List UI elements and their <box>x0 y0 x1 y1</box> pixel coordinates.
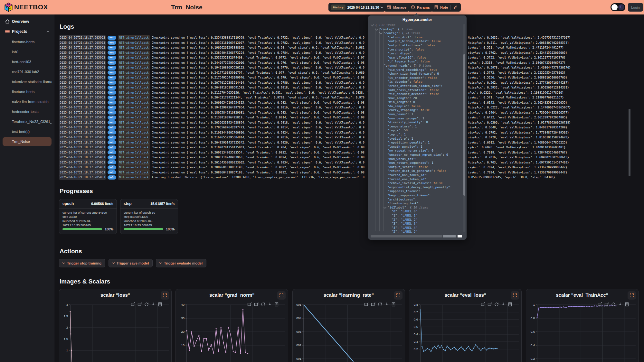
refresh-icon[interactable] <box>144 302 149 307</box>
brand-name: NEETBOX <box>14 3 48 11</box>
theme-toggle[interactable]: ☾ <box>611 3 625 11</box>
zoom-select-icon[interactable] <box>481 302 485 307</box>
json-tree-row[interactable]: "config": { 1 item <box>371 27 462 32</box>
popup-horizontal-scrollbar-track[interactable] <box>371 235 462 237</box>
log-timestamp: 2025-04-16T21:18:27.205963 <box>59 45 106 50</box>
login-button[interactable]: Login <box>628 3 643 12</box>
sidebar-project-item[interactable]: Terahertz_No22_Gl261_gl... <box>3 117 52 126</box>
sidebar-project-item[interactable]: Trm_Noise <box>3 137 52 146</box>
log-level-badge: info <box>108 41 116 45</box>
log-timestamp: 2025-04-16T21:18:27.205963 <box>59 170 106 175</box>
zoom-reset-icon[interactable] <box>371 302 375 307</box>
log-timestamp: 2025-04-16T21:18:27.205963 <box>59 41 106 45</box>
sidebar-project-item[interactable]: hedecoder-tests <box>3 107 52 116</box>
expand-button[interactable] <box>277 291 286 300</box>
sidebar-project-item[interactable]: lab1 <box>3 47 52 56</box>
sidebar-project-item[interactable]: csc791-030 lab2 <box>3 67 52 76</box>
popup-vertical-scrollbar-thumb[interactable] <box>463 54 465 196</box>
action-trigger-button[interactable]: Trigger evaluate model <box>156 259 206 267</box>
log-timestamp: 2025-04-16T21:18:27.205963 <box>59 145 106 150</box>
expand-button[interactable] <box>628 291 636 300</box>
action-trigger-button[interactable]: Trigger save model <box>109 259 153 267</box>
refresh-icon[interactable] <box>261 302 265 307</box>
data-view-icon[interactable] <box>274 302 279 307</box>
log-tag: NBTrainerCallback <box>118 85 150 90</box>
sidebar-project-item[interactable]: naive-llm-from-scratch <box>3 97 52 106</box>
log-row: 2025-04-16T21:18:27.205963 info NBTraine… <box>59 170 640 175</box>
sidebar-item-overview[interactable]: Overview <box>0 17 54 26</box>
log-tag: NBTrainerCallback <box>118 60 150 65</box>
json-tree-row: "bad_words_ids": <box>371 157 462 161</box>
manage-button[interactable]: Manage <box>384 3 410 12</box>
popup-arrow <box>414 13 419 16</box>
data-view-icon[interactable] <box>625 302 629 307</box>
log-timestamp: 2025-04-16T21:18:27.205963 <box>59 110 106 115</box>
sidebar-project-item[interactable]: finetune-berts <box>3 87 52 96</box>
chart-plot: 0.80.70.60.50.40.30.2 <box>409 289 522 362</box>
refresh-icon[interactable] <box>611 302 616 307</box>
tree-caret-icon[interactable] <box>384 206 387 209</box>
zoom-select-icon[interactable] <box>598 302 602 307</box>
log-timestamp: 2025-04-16T21:18:27.205963 <box>59 130 106 135</box>
action-trigger-button[interactable]: Trigger stop training <box>59 259 105 267</box>
zoom-select-icon[interactable] <box>131 302 135 307</box>
logs-scrollbar[interactable] <box>629 109 630 176</box>
json-tree-row: "cross_attention_hidden_size": <box>371 84 462 88</box>
history-dropdown[interactable]: History 2025-04-16 21:18:30 <box>328 3 385 12</box>
json-tree-row[interactable]: "id2label": { 10 items <box>371 206 462 210</box>
log-level-badge: info <box>108 160 116 164</box>
download-icon[interactable] <box>268 302 272 307</box>
expand-button[interactable] <box>511 291 519 300</box>
data-view-icon[interactable] <box>391 302 396 307</box>
download-icon[interactable] <box>151 302 156 307</box>
data-view-icon[interactable] <box>158 302 162 307</box>
sidebar-project-item[interactable]: finetune-berts <box>3 37 52 46</box>
json-tree-row: "2": "LABEL_2" <box>371 218 462 222</box>
log-tag: NBTrainerCallback <box>118 125 150 130</box>
download-icon[interactable] <box>384 302 389 307</box>
zoom-reset-icon[interactable] <box>254 302 259 307</box>
svg-text:2: 2 <box>66 326 68 329</box>
json-tree-row[interactable]: "config": { 74 items <box>371 31 462 35</box>
chart-title: scalar "loss" <box>59 292 171 298</box>
popup-horizontal-scrollbar-thumb2[interactable] <box>443 235 456 237</box>
sidebar-project-item[interactable]: tokenizer statistics llama... <box>3 77 52 86</box>
popup-horizontal-scrollbar-thumb[interactable] <box>371 235 442 237</box>
zoom-reset-icon[interactable] <box>488 302 492 307</box>
pen-icon[interactable] <box>453 5 458 9</box>
progress-details: current iter of current step 84390step 3… <box>59 209 117 227</box>
sidebar-project-item[interactable]: bert-conll03 <box>3 57 52 66</box>
sidebar-item-projects[interactable]: Projects <box>0 27 54 36</box>
zoom-reset-icon[interactable] <box>137 302 142 307</box>
json-tree-row: "length_penalty": 1 <box>371 145 462 149</box>
data-view-icon[interactable] <box>508 302 512 307</box>
sidebar-project-item[interactable]: test bert(s) <box>3 127 52 136</box>
download-icon[interactable] <box>618 302 622 307</box>
tree-caret-icon[interactable] <box>371 23 374 26</box>
log-level-badge: info <box>108 36 116 40</box>
log-row: 2025-04-16T21:18:27.205963 info NBTraine… <box>59 35 640 40</box>
tree-caret-icon[interactable] <box>375 27 378 30</box>
log-row: 2025-04-16T21:18:27.205963 info NBTraine… <box>59 110 640 115</box>
chart-plot: 10.80.60.40.2 <box>526 289 639 362</box>
json-tree-row: "diversity_penalty": 0 <box>371 120 462 125</box>
params-button[interactable]: Params <box>408 3 433 12</box>
expand-button[interactable] <box>394 291 402 300</box>
refresh-icon[interactable] <box>378 302 382 307</box>
zoom-select-icon[interactable] <box>364 302 369 307</box>
sun-knob-icon <box>611 4 618 10</box>
progresses-heading: Progresses <box>60 188 93 195</box>
svg-text:003: 003 <box>296 330 301 333</box>
zoom-reset-icon[interactable] <box>604 302 609 307</box>
svg-text:0.7: 0.7 <box>414 310 418 314</box>
tree-caret-icon[interactable] <box>379 31 383 34</box>
zoom-select-icon[interactable] <box>247 302 252 307</box>
json-tree-row[interactable]: { 130 items <box>371 23 462 27</box>
history-value: 2025-04-16 21:18:30 <box>347 5 379 9</box>
download-icon[interactable] <box>501 302 506 307</box>
sidebar-item-label: Overview <box>12 19 29 24</box>
log-row: 2025-04-16T21:18:27.205963 info NBTraine… <box>59 55 640 60</box>
refresh-icon[interactable] <box>494 302 499 307</box>
expand-button[interactable] <box>161 291 169 300</box>
note-button-group[interactable]: Note <box>431 3 461 12</box>
